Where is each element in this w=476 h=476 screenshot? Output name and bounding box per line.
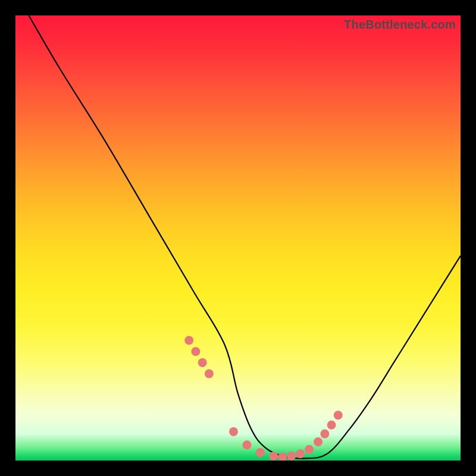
- chart-overlay: [15, 15, 461, 461]
- curve-marker: [320, 430, 329, 439]
- curve-marker: [243, 440, 252, 449]
- curve-marker: [287, 452, 296, 461]
- curve-marker: [327, 421, 336, 430]
- curve-marker: [334, 411, 343, 419]
- curve-marker: [191, 347, 200, 356]
- chart-plot-area: TheBottleneck.com: [15, 15, 461, 461]
- curve-markers: [184, 336, 343, 461]
- curve-marker: [184, 336, 193, 345]
- curve-marker: [269, 452, 278, 461]
- curve-marker: [198, 358, 207, 367]
- chart-stage: TheBottleneck.com: [0, 0, 476, 476]
- curve-marker: [314, 437, 322, 446]
- curve-marker: [296, 449, 305, 458]
- bottleneck-curve: [29, 15, 461, 458]
- curve-marker: [205, 369, 214, 378]
- curve-marker: [256, 448, 265, 457]
- curve-marker: [278, 453, 287, 461]
- curve-marker: [229, 427, 238, 436]
- curve-marker: [305, 445, 314, 454]
